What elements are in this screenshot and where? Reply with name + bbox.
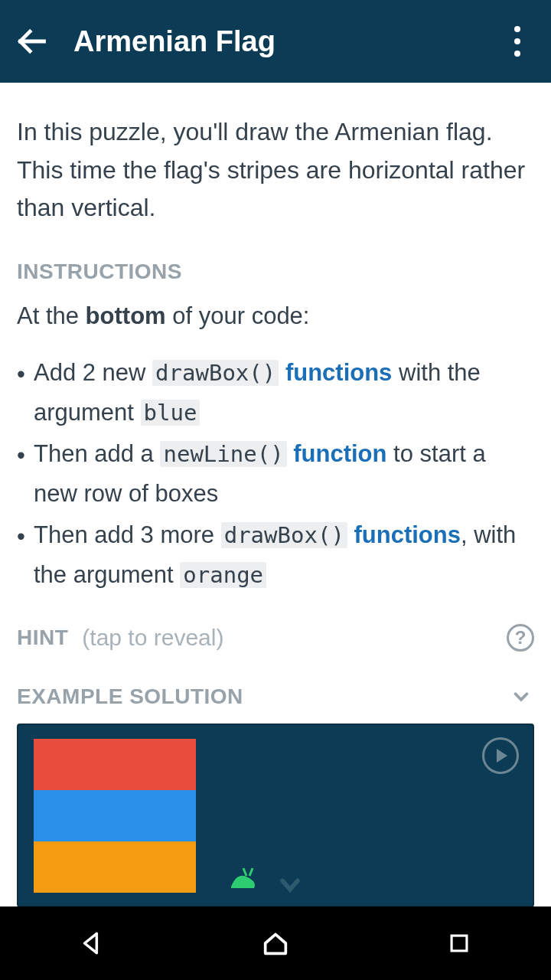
text-run: Then add a — [34, 440, 160, 467]
bullet-text: Then add 3 more drawBox() functions, wit… — [34, 515, 534, 595]
play-icon — [497, 749, 507, 763]
keyword-link: function — [293, 440, 386, 467]
hint-subtext: (tap to reveal) — [82, 625, 507, 651]
play-button[interactable] — [482, 737, 519, 774]
page-title: Armenian Flag — [73, 25, 499, 58]
bullet-dot: • — [17, 434, 34, 514]
bullet-dot: • — [17, 515, 34, 595]
code-token: drawBox() — [152, 360, 279, 386]
hint-row[interactable]: HINT (tap to reveal) ? — [17, 624, 534, 652]
example-solution-row[interactable]: EXAMPLE SOLUTION — [17, 684, 534, 710]
code-token: orange — [180, 562, 266, 588]
bullet-text: Then add a newLine() function to start a… — [34, 434, 534, 514]
flag-stripe-blue — [34, 790, 196, 841]
code-token: blue — [141, 400, 201, 426]
flag-stripe-orange — [34, 841, 196, 893]
list-item: •Then add 3 more drawBox() functions, wi… — [17, 515, 534, 595]
instruction-list: •Add 2 new drawBox() functions with the … — [17, 353, 534, 595]
instructions-lead: At the bottom of your code: — [17, 302, 534, 330]
text-run — [279, 359, 285, 386]
text-run — [287, 440, 294, 467]
bullet-text: Add 2 new drawBox() functions with the a… — [34, 353, 534, 433]
list-item: •Add 2 new drawBox() functions with the … — [17, 353, 534, 433]
nav-back-icon[interactable] — [73, 924, 111, 962]
code-token: newLine() — [160, 441, 286, 467]
help-icon[interactable]: ? — [507, 624, 534, 652]
intro-text: In this puzzle, you'll draw the Armenian… — [17, 113, 534, 227]
lead-post: of your code: — [166, 302, 310, 329]
example-canvas — [17, 724, 534, 906]
list-item: •Then add a newLine() function to start … — [17, 434, 534, 514]
keyword-link: functions — [285, 359, 393, 386]
flag-stripe-red — [34, 739, 196, 790]
hint-label: HINT — [17, 626, 68, 650]
lesson-content: In this puzzle, you'll draw the Armenian… — [0, 83, 551, 906]
text-run: Add 2 new — [34, 359, 152, 386]
keyword-link: functions — [354, 521, 461, 548]
app-bar: Armenian Flag — [0, 0, 551, 83]
android-nav-bar — [0, 906, 551, 980]
lead-bold: bottom — [86, 302, 166, 329]
more-options-icon[interactable] — [499, 23, 536, 60]
svg-marker-1 — [85, 933, 97, 952]
nav-home-icon[interactable] — [256, 924, 295, 962]
canvas-chevron-down-icon[interactable] — [272, 872, 308, 901]
bullet-dot: • — [17, 353, 34, 433]
example-solution-label: EXAMPLE SOLUTION — [17, 684, 508, 709]
grasshopper-icon — [223, 865, 263, 900]
instructions-heading: INSTRUCTIONS — [17, 260, 534, 284]
text-run: Then add 3 more — [34, 521, 221, 548]
svg-rect-2 — [452, 936, 467, 951]
back-arrow-icon[interactable] — [12, 22, 51, 60]
flag-preview — [34, 739, 517, 893]
nav-recent-icon[interactable] — [440, 924, 478, 962]
chevron-down-icon[interactable] — [508, 684, 534, 710]
lead-pre: At the — [17, 302, 86, 329]
code-token: drawBox() — [221, 522, 347, 548]
